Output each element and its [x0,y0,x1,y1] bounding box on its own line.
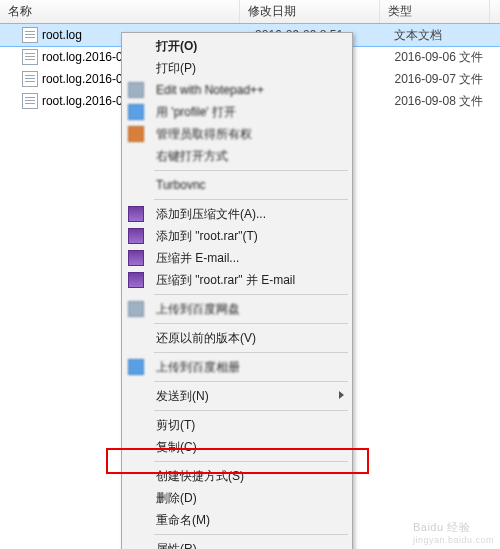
menu-blur-item[interactable]: 上传到百度网盘 [124,298,350,320]
menu-blur-item[interactable]: 右键打开方式 [124,145,350,167]
menu-label: 用 'profile' 打开 [156,104,236,121]
menu-label: 压缩到 "root.rar" 并 E-mail [156,272,295,289]
menu-send-to[interactable]: 发送到(N) [124,385,350,407]
menu-label: Turbovnc [156,178,206,192]
menu-print[interactable]: 打印(P) [124,57,350,79]
menu-separator [154,294,348,295]
menu-properties[interactable]: 属性(R) [124,538,350,549]
rar-icon [128,250,144,266]
menu-label: 添加到压缩文件(A)... [156,206,266,223]
rar-icon [128,272,144,288]
menu-label: 剪切(T) [156,417,195,434]
file-type: 文本文档 [390,27,500,44]
menu-blur-item[interactable]: Turbovnc [124,174,350,196]
menu-separator [154,410,348,411]
menu-copy[interactable]: 复制(C) [124,436,350,458]
menu-separator [154,170,348,171]
menu-blur-item[interactable]: 上传到百度相册 [124,356,350,378]
menu-separator [154,352,348,353]
app-icon [128,359,144,375]
text-file-icon [22,93,38,109]
menu-label: 打开(O) [156,38,197,55]
menu-label: Edit with Notepad++ [156,83,264,97]
menu-add-archive[interactable]: 添加到压缩文件(A)... [124,203,350,225]
menu-label: 压缩并 E-mail... [156,250,239,267]
menu-separator [154,199,348,200]
text-file-icon [22,49,38,65]
menu-label: 删除(D) [156,490,197,507]
column-header: 名称 修改日期 类型 [0,0,500,24]
col-name-header[interactable]: 名称 [0,0,240,23]
menu-add-root-rar[interactable]: 添加到 "root.rar"(T) [124,225,350,247]
watermark: Baidu 经验 jingyan.baidu.com [413,520,494,545]
menu-label: 属性(R) [156,541,197,550]
watermark-main: Baidu 经验 [413,521,470,533]
app-icon [128,104,144,120]
menu-label: 上传到百度网盘 [156,301,240,318]
file-type: 2016-09-06 文件 [390,49,500,66]
menu-blur-item[interactable]: 用 'profile' 打开 [124,101,350,123]
watermark-sub: jingyan.baidu.com [413,535,494,545]
file-type: 2016-09-07 文件 [390,71,500,88]
app-icon [128,301,144,317]
menu-separator [154,461,348,462]
menu-create-shortcut[interactable]: 创建快捷方式(S) [124,465,350,487]
text-file-icon [22,27,38,43]
menu-label: 上传到百度相册 [156,359,240,376]
col-type-header[interactable]: 类型 [380,0,490,23]
menu-label: 重命名(M) [156,512,210,529]
app-icon [128,82,144,98]
menu-label: 右键打开方式 [156,148,228,165]
text-file-icon [22,71,38,87]
menu-separator [154,534,348,535]
file-type: 2016-09-08 文件 [390,93,500,110]
menu-label: 还原以前的版本(V) [156,330,256,347]
rar-icon [128,206,144,222]
context-menu: 打开(O) 打印(P) Edit with Notepad++ 用 'profi… [121,32,353,549]
submenu-arrow-icon [339,391,344,399]
menu-cut[interactable]: 剪切(T) [124,414,350,436]
menu-label: 发送到(N) [156,388,209,405]
menu-zip-email[interactable]: 压缩并 E-mail... [124,247,350,269]
rar-icon [128,228,144,244]
menu-label: 创建快捷方式(S) [156,468,244,485]
menu-blur-item[interactable]: Edit with Notepad++ [124,79,350,101]
app-icon [128,126,144,142]
menu-restore-previous[interactable]: 还原以前的版本(V) [124,327,350,349]
menu-rename[interactable]: 重命名(M) [124,509,350,531]
col-date-header[interactable]: 修改日期 [240,0,380,23]
menu-separator [154,323,348,324]
menu-zip-root-email[interactable]: 压缩到 "root.rar" 并 E-mail [124,269,350,291]
menu-delete[interactable]: 删除(D) [124,487,350,509]
menu-label: 打印(P) [156,60,196,77]
menu-open[interactable]: 打开(O) [124,35,350,57]
menu-separator [154,381,348,382]
menu-label: 管理员取得所有权 [156,126,252,143]
menu-blur-item[interactable]: 管理员取得所有权 [124,123,350,145]
menu-label: 添加到 "root.rar"(T) [156,228,258,245]
menu-label: 复制(C) [156,439,197,456]
